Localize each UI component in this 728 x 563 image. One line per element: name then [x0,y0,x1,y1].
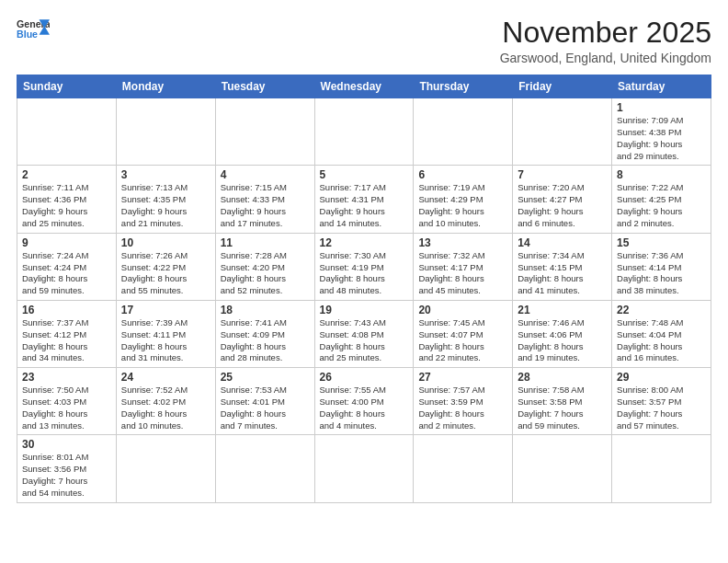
day-number: 27 [418,371,507,384]
table-row [215,98,314,166]
table-row: 30Sunrise: 8:01 AM Sunset: 3:56 PM Dayli… [17,435,117,502]
table-row: 6Sunrise: 7:19 AM Sunset: 4:29 PM Daylig… [414,166,513,233]
day-number: 6 [418,168,507,181]
calendar-week-row: 30Sunrise: 8:01 AM Sunset: 3:56 PM Dayli… [17,435,711,502]
day-number: 3 [121,168,210,181]
calendar-week-row: 23Sunrise: 7:50 AM Sunset: 4:03 PM Dayli… [17,368,711,435]
day-info: Sunrise: 7:15 AM Sunset: 4:33 PM Dayligh… [221,182,310,229]
table-row: 10Sunrise: 7:26 AM Sunset: 4:22 PM Dayli… [116,233,215,300]
table-row: 19Sunrise: 7:43 AM Sunset: 4:08 PM Dayli… [314,300,414,367]
table-row: 21Sunrise: 7:46 AM Sunset: 4:06 PM Dayli… [513,300,612,367]
day-number: 26 [320,371,409,384]
table-row: 29Sunrise: 8:00 AM Sunset: 3:57 PM Dayli… [612,368,711,435]
day-info: Sunrise: 7:32 AM Sunset: 4:17 PM Dayligh… [418,250,507,297]
table-row: 24Sunrise: 7:52 AM Sunset: 4:02 PM Dayli… [116,368,215,435]
header-wednesday: Wednesday [314,75,414,98]
day-number: 10 [121,236,210,249]
day-number: 20 [418,304,507,316]
title-block: November 2025 Garswood, England, United … [500,17,711,65]
day-number: 21 [518,304,607,316]
generalblue-logo-icon: General Blue [17,17,50,42]
table-row [513,98,612,166]
day-info: Sunrise: 7:37 AM Sunset: 4:12 PM Dayligh… [22,317,111,364]
table-row [116,98,215,166]
table-row [513,435,612,502]
day-number: 25 [221,371,310,384]
day-info: Sunrise: 7:48 AM Sunset: 4:04 PM Dayligh… [617,317,706,364]
day-info: Sunrise: 7:26 AM Sunset: 4:22 PM Dayligh… [121,250,210,297]
day-info: Sunrise: 8:00 AM Sunset: 3:57 PM Dayligh… [617,385,706,431]
table-row: 28Sunrise: 7:58 AM Sunset: 3:58 PM Dayli… [513,368,612,435]
table-row: 11Sunrise: 7:28 AM Sunset: 4:20 PM Dayli… [215,233,314,300]
day-number: 28 [518,371,607,384]
table-row: 1Sunrise: 7:09 AM Sunset: 4:38 PM Daylig… [612,98,711,166]
day-info: Sunrise: 7:53 AM Sunset: 4:01 PM Dayligh… [221,385,310,431]
header-sunday: Sunday [17,75,117,98]
day-number: 12 [320,236,409,249]
day-info: Sunrise: 7:20 AM Sunset: 4:27 PM Dayligh… [518,182,607,229]
day-number: 15 [617,236,706,249]
header-monday: Monday [116,75,215,98]
page: General Blue November 2025 Garswood, Eng… [0,0,728,563]
calendar-week-row: 16Sunrise: 7:37 AM Sunset: 4:12 PM Dayli… [17,300,711,367]
day-number: 13 [418,236,507,249]
calendar-table: Sunday Monday Tuesday Wednesday Thursday… [17,75,711,503]
weekday-header-row: Sunday Monday Tuesday Wednesday Thursday… [17,75,711,98]
header-saturday: Saturday [612,75,711,98]
day-info: Sunrise: 7:39 AM Sunset: 4:11 PM Dayligh… [121,317,210,364]
day-info: Sunrise: 7:24 AM Sunset: 4:24 PM Dayligh… [22,250,111,297]
day-number: 9 [22,236,111,249]
table-row: 27Sunrise: 7:57 AM Sunset: 3:59 PM Dayli… [414,368,513,435]
table-row: 18Sunrise: 7:41 AM Sunset: 4:09 PM Dayli… [215,300,314,367]
table-row: 4Sunrise: 7:15 AM Sunset: 4:33 PM Daylig… [215,166,314,233]
table-row: 12Sunrise: 7:30 AM Sunset: 4:19 PM Dayli… [314,233,414,300]
table-row [414,98,513,166]
table-row [215,435,314,502]
table-row: 3Sunrise: 7:13 AM Sunset: 4:35 PM Daylig… [116,166,215,233]
day-number: 23 [22,371,111,384]
table-row [116,435,215,502]
day-info: Sunrise: 7:11 AM Sunset: 4:36 PM Dayligh… [22,182,111,229]
table-row: 7Sunrise: 7:20 AM Sunset: 4:27 PM Daylig… [513,166,612,233]
logo: General Blue [17,17,50,42]
day-number: 14 [518,236,607,249]
day-info: Sunrise: 7:36 AM Sunset: 4:14 PM Dayligh… [617,250,706,297]
header-tuesday: Tuesday [215,75,314,98]
day-number: 29 [617,371,706,384]
table-row: 16Sunrise: 7:37 AM Sunset: 4:12 PM Dayli… [17,300,117,367]
table-row: 9Sunrise: 7:24 AM Sunset: 4:24 PM Daylig… [17,233,117,300]
day-info: Sunrise: 7:58 AM Sunset: 3:58 PM Dayligh… [518,385,607,431]
calendar-week-row: 1Sunrise: 7:09 AM Sunset: 4:38 PM Daylig… [17,98,711,166]
table-row [612,435,711,502]
day-info: Sunrise: 7:46 AM Sunset: 4:06 PM Dayligh… [518,317,607,364]
day-number: 18 [221,304,310,316]
table-row: 14Sunrise: 7:34 AM Sunset: 4:15 PM Dayli… [513,233,612,300]
header-friday: Friday [513,75,612,98]
day-info: Sunrise: 7:13 AM Sunset: 4:35 PM Dayligh… [121,182,210,229]
day-number: 11 [221,236,310,249]
day-info: Sunrise: 7:30 AM Sunset: 4:19 PM Dayligh… [320,250,409,297]
table-row: 20Sunrise: 7:45 AM Sunset: 4:07 PM Dayli… [414,300,513,367]
day-info: Sunrise: 7:41 AM Sunset: 4:09 PM Dayligh… [221,317,310,364]
table-row: 8Sunrise: 7:22 AM Sunset: 4:25 PM Daylig… [612,166,711,233]
svg-text:Blue: Blue [17,29,38,40]
day-info: Sunrise: 7:19 AM Sunset: 4:29 PM Dayligh… [418,182,507,229]
table-row [17,98,117,166]
day-info: Sunrise: 7:45 AM Sunset: 4:07 PM Dayligh… [418,317,507,364]
table-row [314,435,414,502]
day-number: 19 [320,304,409,316]
header: General Blue November 2025 Garswood, Eng… [17,17,711,65]
calendar-week-row: 9Sunrise: 7:24 AM Sunset: 4:24 PM Daylig… [17,233,711,300]
day-info: Sunrise: 7:43 AM Sunset: 4:08 PM Dayligh… [320,317,409,364]
day-info: Sunrise: 8:01 AM Sunset: 3:56 PM Dayligh… [22,452,111,499]
day-number: 16 [22,304,111,316]
table-row [414,435,513,502]
day-info: Sunrise: 7:57 AM Sunset: 3:59 PM Dayligh… [418,385,507,431]
day-number: 2 [22,168,111,181]
day-info: Sunrise: 7:28 AM Sunset: 4:20 PM Dayligh… [221,250,310,297]
day-info: Sunrise: 7:09 AM Sunset: 4:38 PM Dayligh… [617,115,706,162]
day-number: 24 [121,371,210,384]
table-row: 5Sunrise: 7:17 AM Sunset: 4:31 PM Daylig… [314,166,414,233]
table-row: 22Sunrise: 7:48 AM Sunset: 4:04 PM Dayli… [612,300,711,367]
month-title: November 2025 [500,17,711,49]
